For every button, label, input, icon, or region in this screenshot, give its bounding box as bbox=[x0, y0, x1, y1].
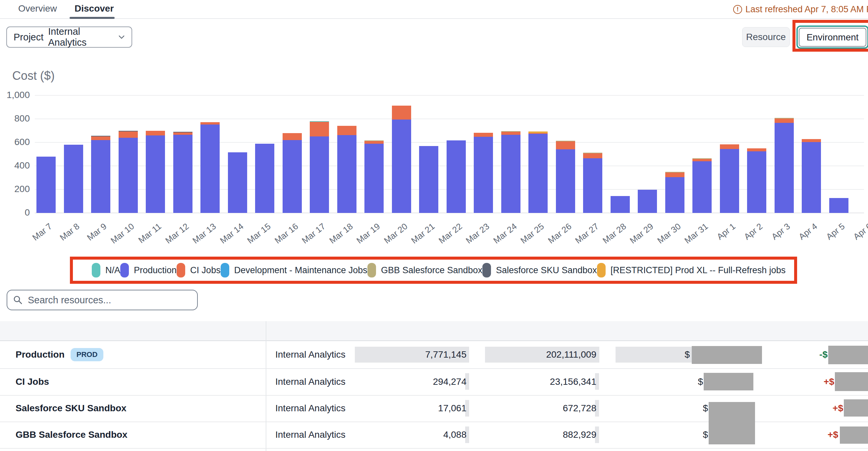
legend-label: Salesforce SKU Sandbox bbox=[496, 265, 597, 276]
legend-item[interactable]: CI Jobs bbox=[177, 263, 221, 278]
bar-segment bbox=[747, 151, 766, 213]
change-redaction bbox=[840, 426, 868, 444]
bar-segment bbox=[665, 172, 684, 177]
bar-segment bbox=[337, 135, 356, 213]
bar-segment bbox=[337, 126, 356, 135]
bar-segment bbox=[419, 146, 438, 213]
execution-cost-cell: $ bbox=[557, 341, 690, 368]
resource-name: Salesforce SKU Sandbox bbox=[16, 403, 127, 414]
bar-segment bbox=[119, 131, 138, 138]
bar-segment bbox=[228, 152, 247, 213]
legend-swatch-icon bbox=[367, 263, 376, 278]
y-tick-label: 800 bbox=[3, 113, 30, 124]
bar-segment bbox=[474, 137, 493, 213]
legend-label: Production bbox=[134, 265, 177, 276]
search-input[interactable] bbox=[28, 295, 191, 305]
bar-segment bbox=[365, 144, 384, 213]
legend-item[interactable]: Production bbox=[120, 263, 177, 278]
bar-segment bbox=[119, 131, 138, 131]
y-tick-label: 400 bbox=[3, 160, 30, 171]
change-cell: +$ bbox=[777, 395, 843, 422]
execution-cost-redaction bbox=[692, 346, 762, 364]
tab-discover[interactable]: Discover bbox=[74, 3, 114, 14]
project-filter-dropdown[interactable]: Project Internal Analytics bbox=[6, 27, 132, 48]
legend-swatch-icon bbox=[597, 263, 606, 278]
bar-segment bbox=[692, 158, 712, 159]
table-header-row: NameProjectExecution queriesConsumption … bbox=[0, 321, 868, 341]
legend-swatch-icon bbox=[92, 263, 100, 278]
chart-title: Cost ($) bbox=[12, 69, 55, 83]
legend-swatch-icon bbox=[120, 263, 129, 278]
row-name-cell: Salesforce SKU Sandbox bbox=[16, 395, 127, 422]
chevron-down-icon bbox=[118, 35, 125, 39]
group-by-environment-button[interactable]: Environment bbox=[799, 28, 866, 47]
row-name-cell: ProductionPROD bbox=[16, 341, 103, 368]
group-by-resource-button[interactable]: Resource bbox=[742, 27, 790, 47]
execution-cost-redaction-tall bbox=[709, 402, 755, 444]
bar-segment bbox=[556, 141, 575, 149]
bar-segment bbox=[91, 136, 110, 140]
table-row[interactable]: CI JobsInternal Analytics294,27423,156,3… bbox=[0, 368, 868, 395]
y-tick-label: 600 bbox=[3, 137, 30, 147]
bar-segment bbox=[365, 141, 384, 144]
change-redaction bbox=[835, 372, 868, 391]
y-tick-label: 0 bbox=[3, 207, 30, 218]
execution-queries-cell: 17,061 bbox=[334, 395, 466, 422]
legend-swatch-icon bbox=[483, 263, 491, 278]
legend-label: GBB Salesforce Sandbox bbox=[381, 265, 483, 276]
legend-item[interactable]: N/A bbox=[92, 263, 120, 278]
bar-segment bbox=[747, 148, 766, 152]
legend-item[interactable]: Salesforce SKU Sandbox bbox=[483, 263, 597, 278]
bar-segment bbox=[775, 123, 794, 213]
bar-segment bbox=[583, 158, 602, 213]
bar-segment bbox=[775, 119, 794, 123]
bar-segment bbox=[200, 122, 220, 125]
legend-label: CI Jobs bbox=[190, 265, 221, 276]
gridline-1000 bbox=[35, 95, 864, 96]
bar-segment bbox=[802, 139, 821, 142]
row-separator bbox=[0, 448, 868, 449]
change-cell: -$ bbox=[761, 341, 828, 368]
bar-segment bbox=[638, 190, 657, 213]
project-filter-value: Internal Analytics bbox=[48, 26, 114, 48]
bar-segment bbox=[692, 159, 712, 161]
bar-segment bbox=[392, 106, 411, 120]
bar-segment bbox=[446, 140, 466, 213]
table-column-divider bbox=[266, 321, 266, 451]
bar-segment bbox=[392, 120, 411, 213]
execution-queries-cell: 294,274 bbox=[334, 368, 466, 395]
bar-segment bbox=[173, 135, 192, 213]
legend-item[interactable]: GBB Salesforce Sandbox bbox=[367, 263, 483, 278]
bar-segment bbox=[556, 141, 575, 141]
annotation-box-legend: N/AProductionCI JobsDevelopment - Mainte… bbox=[70, 257, 797, 284]
tab-overview[interactable]: Overview bbox=[18, 3, 57, 14]
search-box[interactable] bbox=[7, 290, 198, 310]
bar-segment bbox=[310, 121, 329, 122]
bar-segment bbox=[310, 122, 329, 136]
bar-segment bbox=[365, 140, 384, 141]
bar-segment bbox=[119, 138, 138, 213]
legend-item[interactable]: Development - Maintenance Jobs bbox=[221, 263, 367, 278]
prod-badge: PROD bbox=[70, 348, 104, 361]
row-name-cell: GBB Salesforce Sandbox bbox=[16, 422, 128, 448]
gridline-800 bbox=[35, 119, 864, 119]
legend-label: Development - Maintenance Jobs bbox=[234, 265, 367, 276]
legend-item[interactable]: [RESTRICTED] Prod XL -- Full-Refresh job… bbox=[597, 263, 786, 278]
execution-queries-cell: 7,771,145 bbox=[334, 341, 466, 368]
bar-segment bbox=[528, 131, 548, 133]
last-refreshed-text: Last refreshed Apr 7, 8:05 AM PDT bbox=[745, 4, 868, 14]
bar-segment bbox=[501, 131, 521, 132]
bar-segment bbox=[720, 144, 739, 149]
bar-segment bbox=[283, 140, 302, 213]
bar-segment bbox=[474, 133, 493, 137]
bar-segment bbox=[173, 132, 192, 132]
bar-segment bbox=[283, 133, 302, 140]
execution-cost-cell: $ bbox=[576, 422, 708, 448]
bar-segment bbox=[775, 118, 794, 119]
legend-swatch-icon bbox=[221, 263, 229, 278]
chart-legend: N/AProductionCI JobsDevelopment - Mainte… bbox=[76, 263, 791, 278]
bar-segment bbox=[255, 144, 274, 213]
table-row[interactable]: ProductionPRODInternal Analytics7,771,14… bbox=[0, 341, 868, 368]
last-refreshed-notice: ! Last refreshed Apr 7, 8:05 AM PDT bbox=[733, 4, 868, 14]
project-filter-label: Project bbox=[13, 32, 43, 43]
